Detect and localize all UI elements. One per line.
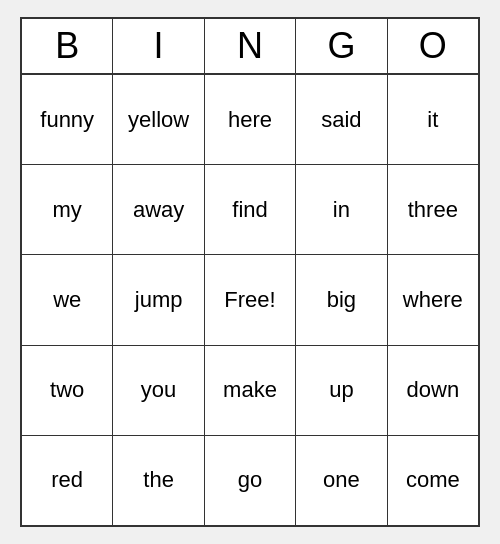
bingo-cell-4-0: red [22, 436, 113, 525]
bingo-cell-2-3: big [296, 255, 387, 344]
bingo-cell-0-3: said [296, 75, 387, 164]
bingo-cell-1-2: find [205, 165, 296, 254]
bingo-card: BINGO funnyyellowheresaiditmyawayfindint… [20, 17, 480, 527]
bingo-cell-4-4: come [388, 436, 478, 525]
bingo-row-1: myawayfindinthree [22, 165, 478, 255]
bingo-cell-3-2: make [205, 346, 296, 435]
bingo-cell-0-1: yellow [113, 75, 204, 164]
bingo-header: BINGO [22, 19, 478, 75]
bingo-cell-2-4: where [388, 255, 478, 344]
bingo-cell-3-0: two [22, 346, 113, 435]
bingo-row-2: wejumpFree!bigwhere [22, 255, 478, 345]
bingo-row-3: twoyoumakeupdown [22, 346, 478, 436]
bingo-cell-3-3: up [296, 346, 387, 435]
bingo-body: funnyyellowheresaiditmyawayfindinthreewe… [22, 75, 478, 525]
bingo-cell-4-2: go [205, 436, 296, 525]
bingo-cell-4-1: the [113, 436, 204, 525]
header-letter-g: G [296, 19, 387, 73]
bingo-row-4: redthegoonecome [22, 436, 478, 525]
header-letter-i: I [113, 19, 204, 73]
bingo-row-0: funnyyellowheresaidit [22, 75, 478, 165]
bingo-cell-2-2: Free! [205, 255, 296, 344]
header-letter-o: O [388, 19, 478, 73]
bingo-cell-1-3: in [296, 165, 387, 254]
bingo-cell-2-1: jump [113, 255, 204, 344]
bingo-cell-3-1: you [113, 346, 204, 435]
bingo-cell-1-0: my [22, 165, 113, 254]
header-letter-n: N [205, 19, 296, 73]
bingo-cell-1-4: three [388, 165, 478, 254]
bingo-cell-4-3: one [296, 436, 387, 525]
bingo-cell-0-0: funny [22, 75, 113, 164]
bingo-cell-0-2: here [205, 75, 296, 164]
bingo-cell-0-4: it [388, 75, 478, 164]
bingo-cell-3-4: down [388, 346, 478, 435]
header-letter-b: B [22, 19, 113, 73]
bingo-cell-1-1: away [113, 165, 204, 254]
bingo-cell-2-0: we [22, 255, 113, 344]
